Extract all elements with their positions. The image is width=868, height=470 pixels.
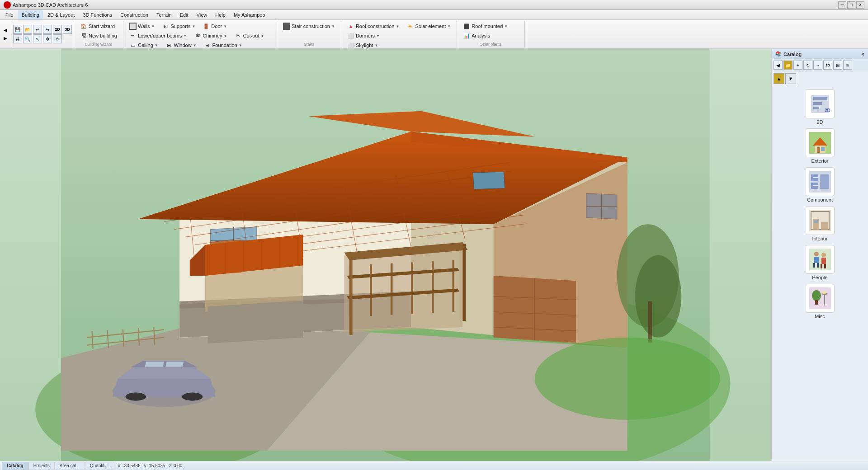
catalog-item-2d-img: 2D (806, 89, 835, 118)
window-controls[interactable]: ─ □ × (838, 1, 864, 9)
catalog-folder-icon[interactable]: 📁 (783, 61, 793, 70)
menu-help[interactable]: Help (212, 10, 229, 19)
svg-point-121 (822, 291, 826, 294)
catalog-icon: 📚 (775, 51, 782, 57)
people-icon-svg (809, 249, 831, 270)
catalog-close-icon[interactable]: × (862, 52, 864, 57)
door-button[interactable]: 🚪 Door▼ (199, 22, 230, 31)
close-button[interactable]: × (856, 1, 864, 9)
lower-upper-beams-button[interactable]: ━ Lower/upper beams▼ (126, 31, 190, 40)
solar-section-label: Solar plants (460, 41, 522, 47)
catalog-item-misc[interactable]: Misc (779, 284, 861, 319)
svg-rect-114 (821, 264, 822, 268)
roof-icon: ▲ (347, 23, 354, 30)
wizard-icon: 🏠 (80, 23, 87, 30)
svg-marker-38 (208, 301, 303, 344)
catalog-item-2d[interactable]: 2D 2D (779, 89, 861, 125)
catalog-item-people-img (806, 245, 835, 274)
quick-back-icon[interactable]: ◀ (2, 27, 9, 34)
skylight-button[interactable]: ⬜ Skylight▼ (344, 41, 381, 50)
catalog-toolbar: ◀ 📁 + ↻ → 2D ⊞ ≡ (772, 59, 868, 71)
catalog-nav: ▲ ▼ (772, 71, 868, 86)
quick-open-icon[interactable]: 📂 (23, 25, 32, 34)
quick-rotate-icon[interactable]: ⟳ (53, 34, 62, 43)
wizard-section-label: Building wizard (77, 41, 120, 47)
start-wizard-button[interactable]: 🏠 Start wizard (77, 22, 118, 31)
catalog-view2-button[interactable]: ≡ (843, 61, 852, 70)
coord-x: x: -33.5486 (118, 463, 141, 468)
quick-select-icon[interactable]: ↖ (33, 34, 42, 43)
quick-undo-icon[interactable]: ↩ (33, 25, 42, 34)
solar-element-button[interactable]: ☀ Solar element▼ (403, 22, 454, 31)
quick-move-icon[interactable]: ✥ (43, 34, 52, 43)
tab-area-calc[interactable]: Area cal... (55, 462, 85, 470)
menu-view[interactable]: View (193, 10, 211, 19)
menu-3d-functions[interactable]: 3D Functions (79, 10, 116, 19)
catalog-2d-view-button[interactable]: 2D (823, 61, 832, 70)
quick-save-icon[interactable]: 💾 (13, 25, 22, 34)
quick-2d-icon[interactable]: 2D (53, 25, 62, 34)
quick-arrow-icon[interactable]: ▶ (2, 35, 9, 42)
maximize-button[interactable]: □ (847, 1, 855, 9)
stair-icon (283, 23, 290, 30)
menu-terrain[interactable]: Terrain (153, 10, 175, 19)
beams-icon: ━ (129, 32, 137, 39)
dormers-button[interactable]: ⬜ Dormers▼ (344, 31, 383, 40)
menu-edit[interactable]: Edit (176, 10, 192, 19)
catalog-nav-up-button[interactable]: ▲ (774, 73, 784, 84)
catalog-item-interior[interactable]: Interior (779, 206, 861, 241)
stair-construction-button[interactable]: Stair construction▼ (280, 22, 338, 31)
tab-projects[interactable]: Projects (28, 462, 55, 470)
minimize-button[interactable]: ─ (838, 1, 846, 9)
scene-container (0, 49, 771, 461)
svg-rect-69 (648, 301, 652, 343)
catalog-item-misc-img (806, 284, 835, 313)
quick-zoom-icon[interactable]: 🔍 (23, 34, 32, 43)
svg-rect-95 (821, 147, 825, 151)
roof-construction-button[interactable]: ▲ Roof construction▼ (344, 22, 403, 31)
catalog-view1-button[interactable]: ⊞ (833, 61, 842, 70)
chimney-button[interactable]: 🏚 Chimney▼ (191, 31, 230, 40)
catalog-item-people[interactable]: People (779, 245, 861, 280)
quick-print-icon[interactable]: 🖨 (13, 34, 22, 43)
catalog-item-2d-label: 2D (816, 119, 823, 125)
svg-rect-105 (821, 222, 828, 230)
svg-rect-118 (815, 300, 818, 305)
catalog-item-exterior-img (806, 128, 835, 157)
exterior-icon-svg (809, 132, 831, 154)
supports-button[interactable]: ⊡ Supports▼ (159, 22, 198, 31)
catalog-nav-down-button[interactable]: ▼ (785, 73, 796, 84)
catalog-item-misc-label: Misc (815, 314, 825, 319)
foundation-button[interactable]: ⊟ Foundation▼ (201, 41, 245, 50)
menu-file[interactable]: File (2, 10, 17, 19)
viewport[interactable] (0, 49, 771, 461)
analysis-icon: 📊 (463, 32, 470, 39)
new-building-button[interactable]: 🏗 New building (77, 31, 120, 40)
menu-2d-layout[interactable]: 2D & Layout (44, 10, 79, 19)
menu-construction[interactable]: Construction (117, 10, 152, 19)
catalog-add-button[interactable]: + (793, 61, 802, 70)
catalog-item-component[interactable]: Component (779, 167, 861, 202)
svg-rect-26 (391, 263, 393, 315)
ceiling-button[interactable]: ▭ Ceiling▼ (126, 41, 161, 50)
cut-out-button[interactable]: ✂ Cut-out▼ (231, 31, 267, 40)
catalog-item-exterior[interactable]: Exterior (779, 128, 861, 164)
menu-building[interactable]: Building (18, 10, 43, 19)
catalog-refresh-button[interactable]: ↻ (803, 61, 812, 70)
walls-button[interactable]: Walls▼ (126, 22, 158, 31)
svg-rect-34 (462, 244, 466, 321)
catalog-title: Catalog (783, 52, 802, 57)
roof-mounted-button[interactable]: ⬛ Roof mounted▼ (460, 22, 511, 31)
quick-3d-icon[interactable]: 3D (63, 25, 72, 34)
catalog-item-component-label: Component (807, 197, 833, 202)
dormers-icon: ⬜ (347, 32, 354, 39)
tab-quantities[interactable]: Quantiti... (85, 462, 114, 470)
analysis-button[interactable]: 📊 Analysis (460, 31, 493, 40)
quick-redo-icon[interactable]: ↪ (43, 25, 52, 34)
window-button[interactable]: ⊞ Window▼ (162, 41, 200, 50)
tab-catalog[interactable]: Catalog (2, 462, 28, 470)
svg-point-85 (535, 338, 720, 420)
menu-my-ashampoo[interactable]: My Ashampoo (230, 10, 269, 19)
catalog-arrow-icon[interactable]: → (813, 61, 822, 70)
catalog-back-button[interactable]: ◀ (774, 61, 783, 70)
